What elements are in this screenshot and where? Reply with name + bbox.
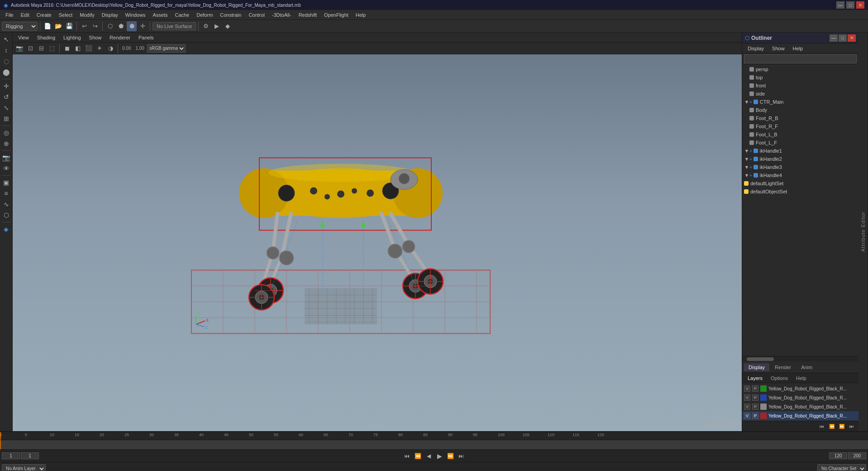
transform-button[interactable]: ↕ (1, 45, 11, 55)
menu-display[interactable]: Display (98, 11, 122, 19)
close-button[interactable]: ✕ (856, 1, 864, 9)
vp-wire-shade-button[interactable]: ◧ (73, 43, 83, 53)
tab-display[interactable]: Display (744, 363, 769, 371)
rotate-button[interactable]: ↺ (1, 92, 11, 102)
tree-item-foot-lf[interactable]: Foot_L_F (742, 139, 858, 147)
subtab-layers[interactable]: Layers (744, 375, 766, 382)
vp-light-button[interactable]: ☀ (95, 43, 105, 53)
hypershade-button[interactable]: ⬡ (1, 210, 11, 220)
outliner-menu-display[interactable]: Display (744, 45, 768, 52)
menu-constrain[interactable]: Constrain (216, 11, 245, 19)
layer-editor-button[interactable]: ≡ (1, 188, 11, 198)
tree-item-persp[interactable]: persp (742, 65, 858, 73)
nav-prev-button[interactable]: ⏪ (827, 422, 837, 432)
timeline-ruler[interactable]: 1 5 10 15 20 25 30 35 40 45 50 55 60 65 … (0, 432, 868, 440)
tree-item-ik4[interactable]: ▼ + ikHandle4 (742, 171, 858, 179)
render-settings-button[interactable]: ⚙ (201, 21, 211, 31)
maya-icon-button[interactable]: ◈ (1, 224, 11, 234)
start-frame-input[interactable] (2, 452, 20, 459)
vp-shadow-button[interactable]: ◑ (105, 43, 115, 53)
subtab-help[interactable]: Help (792, 375, 810, 382)
menu-control[interactable]: Control (245, 11, 268, 19)
vp-menu-lighting[interactable]: Lighting (60, 34, 85, 41)
vp-frame-sel-button[interactable]: ⊟ (36, 43, 46, 53)
tree-item-ik2[interactable]: ▼ + ikHandle2 (742, 155, 858, 163)
nav-first-button[interactable]: ⏮ (817, 422, 827, 432)
anim-layer-select[interactable]: No Anim Layer (2, 464, 46, 471)
new-scene-button[interactable]: 📄 (43, 21, 52, 31)
scrollbar-thumb-h[interactable] (747, 357, 774, 361)
viewport-canvas[interactable]: X Y Z persp Symmetry: Off Soft Select: O… (13, 54, 742, 431)
graph-editor-button[interactable]: ∿ (1, 199, 11, 209)
tree-item-top[interactable]: top (742, 73, 858, 82)
tree-item-default-light-set[interactable]: defaultLightSet (742, 179, 858, 187)
paint-tool-button[interactable]: ⬢ (127, 21, 137, 31)
layer-v-btn-3[interactable]: V (744, 413, 750, 419)
menu-windows[interactable]: Windows (122, 11, 149, 19)
vp-menu-view[interactable]: View (14, 34, 33, 41)
layer-row-1[interactable]: V P Yellow_Dog_Robot_Rigged_Black_R... (742, 393, 858, 402)
layer-row-2[interactable]: V P Yellow_Dog_Robot_Rigged_Black_R... (742, 402, 858, 411)
timeline-bar[interactable] (0, 440, 868, 449)
lasso-button[interactable]: ◌ (1, 56, 11, 66)
end-frame-input-200[interactable] (848, 452, 866, 459)
layer-p-btn-3[interactable]: P (752, 413, 758, 419)
outliner-menu-help[interactable]: Help (789, 45, 807, 52)
nav-last-button[interactable]: ⏭ (847, 422, 857, 432)
tree-item-default-object-set[interactable]: defaultObjectSet (742, 187, 858, 196)
tree-item-ik1[interactable]: ▼ + ikHandle1 (742, 147, 858, 155)
scale-button[interactable]: ⤡ (1, 103, 11, 113)
lasso-tool-button[interactable]: ⬟ (116, 21, 126, 31)
outliner-tree[interactable]: persp top front side (742, 64, 858, 356)
menu-edit[interactable]: Edit (17, 11, 33, 19)
universal-manip-button[interactable]: ⊞ (1, 114, 11, 124)
render-button[interactable]: ▶ (212, 21, 222, 31)
vp-texture-button[interactable]: ⬛ (84, 43, 94, 53)
vp-frame-all-button[interactable]: ⊡ (25, 43, 35, 53)
tree-item-front[interactable]: front (742, 82, 858, 90)
tree-item-body[interactable]: Body (742, 106, 858, 114)
menu-select[interactable]: Select (55, 11, 76, 19)
move-tool-button[interactable]: ✛ (138, 21, 148, 31)
attribute-editor-tab[interactable]: Attribute Editor (858, 33, 868, 431)
char-set-select[interactable]: No Character Set (817, 464, 866, 471)
tree-item-foot-rb[interactable]: Foot_R_B (742, 114, 858, 122)
tree-item-ctr-main[interactable]: ▼ + CTR_Main (742, 98, 858, 106)
vp-colorspace-select[interactable]: sRGB gamma (147, 44, 186, 53)
menu-create[interactable]: Create (33, 11, 55, 19)
timeline-playhead[interactable] (0, 440, 1, 449)
play-back-button[interactable]: ◀ (424, 451, 434, 461)
layer-p-btn-0[interactable]: P (752, 385, 758, 392)
go-end-button[interactable]: ⏭ (456, 451, 466, 461)
outliner-maximize-button[interactable]: □ (839, 34, 847, 42)
menu-deform[interactable]: Deform (193, 11, 216, 19)
layer-row-0[interactable]: V P Yellow_Dog_Robot_Rigged_Black_R... (742, 384, 858, 393)
redo-button[interactable]: ↪ (90, 21, 100, 31)
outliner-close-button[interactable]: ✕ (848, 34, 856, 42)
tree-item-ik3[interactable]: ▼ + ikHandle3 (742, 163, 858, 171)
play-forward-button[interactable]: ▶ (434, 451, 444, 461)
menu-3dtoall[interactable]: -3DtoAll- (268, 11, 295, 19)
save-scene-button[interactable]: 💾 (64, 21, 74, 31)
go-start-button[interactable]: ⏮ (402, 451, 412, 461)
outliner-scrollbar-h[interactable] (742, 356, 858, 361)
tree-item-foot-lb[interactable]: Foot_L_B (742, 130, 858, 139)
layer-row-3[interactable]: V P Yellow_Dog_Robot_Rigged_Black_R... (742, 411, 858, 420)
mode-select[interactable]: Rigging Animation Modeling (2, 22, 38, 31)
view-button[interactable]: 👁 (1, 163, 11, 173)
vp-menu-shading[interactable]: Shading (33, 34, 59, 41)
vp-camera-button[interactable]: 📷 (14, 43, 24, 53)
step-forward-button[interactable]: ⏩ (445, 451, 455, 461)
vp-menu-renderer[interactable]: Renderer (106, 34, 134, 41)
vp-smooth-button[interactable]: ◼ (62, 43, 72, 53)
outliner-menu-show[interactable]: Show (768, 45, 788, 52)
show-manip-button[interactable]: ⊕ (1, 139, 11, 149)
step-back-button[interactable]: ⏪ (413, 451, 423, 461)
open-scene-button[interactable]: 📂 (53, 21, 63, 31)
current-frame-input[interactable] (21, 452, 39, 459)
menu-file[interactable]: File (2, 11, 17, 19)
tree-item-side[interactable]: side (742, 90, 858, 98)
menu-openflight[interactable]: OpenFlight (320, 11, 352, 19)
layer-p-btn-2[interactable]: P (752, 404, 758, 410)
minimize-button[interactable]: — (836, 1, 844, 9)
